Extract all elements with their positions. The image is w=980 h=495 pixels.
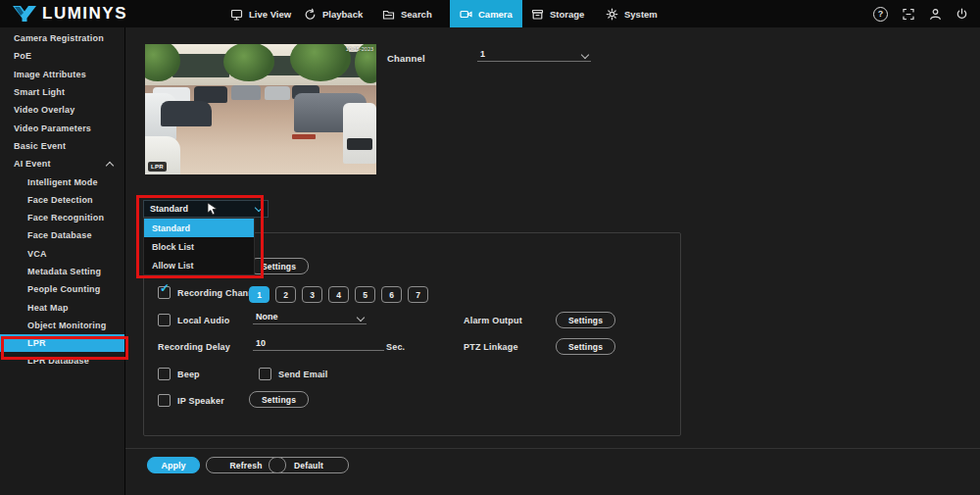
sidebar-item-object-monitoring[interactable]: Object Monitoring — [0, 317, 124, 334]
recording-channel-checkbox[interactable] — [158, 286, 171, 299]
recording-delay-label: Recording Delay — [158, 342, 230, 352]
sidebar-item-label: PoE — [14, 51, 31, 61]
sidebar-item-people-counting[interactable]: People Counting — [0, 280, 124, 298]
channel-button-3[interactable]: 3 — [302, 286, 322, 303]
local-audio-value: None — [256, 312, 278, 322]
gear-icon — [606, 8, 618, 21]
sidebar-item-label: AI Event — [14, 159, 51, 169]
sidebar-item-camera-registration[interactable]: Camera Registration — [0, 29, 124, 47]
preview-timestamp: 10-15-2023 — [346, 46, 373, 52]
user-icon[interactable] — [929, 8, 942, 21]
local-audio-label: Local Audio — [177, 316, 229, 325]
default-button[interactable]: Default — [269, 457, 349, 473]
channel-buttons: 1 2 3 4 5 6 7 — [249, 286, 428, 303]
sidebar-item-basic-event[interactable]: Basic Event — [0, 137, 124, 155]
channel-button-7[interactable]: 7 — [408, 286, 428, 303]
sidebar-item-label: Image Attributes — [14, 70, 86, 79]
sidebar-item-label: Face Database — [27, 230, 92, 240]
tab-label: Search — [401, 9, 432, 20]
sidebar-item-poe[interactable]: PoE — [0, 47, 124, 65]
channel-button-1[interactable]: 1 — [249, 286, 270, 303]
mode-option-block-list[interactable]: Block List — [144, 237, 254, 256]
sidebar-item-face-detection[interactable]: Face Detection — [0, 191, 124, 209]
beep-checkbox[interactable] — [158, 368, 171, 380]
sidebar-item-label: LPR Database — [27, 356, 89, 366]
power-icon[interactable] — [956, 8, 968, 21]
recording-delay-input[interactable]: 10 — [253, 338, 384, 351]
sidebar-item-label: Basic Event — [14, 141, 66, 151]
local-audio-select[interactable]: None — [253, 312, 367, 324]
sidebar-item-label: Video Parameters — [14, 124, 91, 133]
tab-label: Storage — [550, 9, 584, 20]
channel-select[interactable]: 1 — [477, 49, 591, 62]
sidebar-item-metadata-setting[interactable]: Metadata Setting — [0, 263, 124, 280]
tab-playback[interactable]: Playback — [294, 0, 372, 27]
sidebar-item-ai-event[interactable]: AI Event — [0, 155, 124, 173]
sidebar-item-label: Face Recognition — [27, 213, 104, 223]
fullscreen-scan-icon[interactable] — [902, 8, 915, 21]
local-audio-checkbox[interactable] — [158, 314, 171, 326]
sidebar-item-label: Smart Light — [14, 87, 65, 97]
preview-truck — [343, 103, 376, 164]
sidebar-item-lpr-database[interactable]: LPR Database — [0, 352, 124, 370]
sidebar-item-face-database[interactable]: Face Database — [0, 226, 124, 244]
ip-speaker-label: IP Speaker — [177, 396, 224, 406]
sidebar-item-lpr[interactable]: LPR — [0, 334, 124, 352]
lpr-mode-select[interactable]: Standard — [143, 200, 269, 218]
recording-delay-value: 10 — [256, 338, 266, 348]
sidebar-item-label: Camera Registration — [14, 33, 104, 43]
tab-label: Camera — [478, 9, 513, 20]
channel-button-4[interactable]: 4 — [328, 286, 349, 303]
camera-icon — [460, 8, 472, 21]
preview-red-curb — [292, 134, 316, 139]
footer-divider — [125, 448, 980, 449]
sidebar-item-smart-light[interactable]: Smart Light — [0, 83, 124, 101]
sidebar-item-label: LPR — [27, 338, 46, 348]
sidebar-item-intelligent-mode[interactable]: Intelligent Mode — [0, 173, 124, 190]
tab-search[interactable]: Search — [372, 0, 442, 27]
sidebar-item-label: VCA — [27, 249, 47, 259]
sidebar-item-label: Intelligent Mode — [27, 177, 98, 187]
mouse-cursor-icon — [207, 202, 219, 220]
sidebar-item-video-parameters[interactable]: Video Parameters — [0, 119, 124, 136]
chevron-down-icon — [357, 314, 365, 322]
sidebar-item-face-recognition[interactable]: Face Recognition — [0, 209, 124, 226]
playback-refresh-icon — [304, 8, 317, 21]
sidebar-item-heat-map[interactable]: Heat Map — [0, 298, 124, 316]
channel-button-5[interactable]: 5 — [355, 286, 375, 303]
list-settings-button[interactable]: Settings — [249, 258, 309, 274]
sidebar-item-video-overlay[interactable]: Video Overlay — [0, 101, 124, 119]
channel-label: Channel — [387, 53, 425, 64]
ip-speaker-settings-button[interactable]: Settings — [249, 391, 309, 408]
chevron-up-icon — [106, 162, 114, 170]
tab-live-view[interactable]: Live View — [220, 0, 301, 27]
chevron-down-icon — [581, 51, 589, 59]
luminys-logo-icon — [12, 5, 37, 23]
lpr-mode-menu: Standard Block List Allow List — [143, 218, 255, 275]
beep-label: Beep — [177, 370, 200, 379]
monitor-icon — [230, 8, 243, 21]
search-folder-icon — [382, 8, 395, 21]
send-email-label: Send Email — [278, 370, 328, 379]
tab-storage[interactable]: Storage — [521, 0, 594, 27]
tab-system[interactable]: System — [596, 0, 667, 27]
channel-button-2[interactable]: 2 — [275, 286, 296, 303]
send-email-checkbox[interactable] — [259, 368, 271, 380]
mode-option-standard[interactable]: Standard — [144, 219, 254, 237]
top-right-icons: ? — [873, 0, 968, 27]
top-bar: LUMINYS Live View Playback Search Camera — [0, 0, 980, 27]
tab-camera[interactable]: Camera — [450, 0, 522, 27]
alarm-output-settings-button[interactable]: Settings — [556, 312, 615, 328]
channel-button-6[interactable]: 6 — [381, 286, 402, 303]
sidebar-item-vca[interactable]: VCA — [0, 245, 124, 263]
chevron-down-icon — [255, 204, 263, 212]
mode-option-allow-list[interactable]: Allow List — [144, 256, 254, 274]
sidebar-item-image-attributes[interactable]: Image Attributes — [0, 66, 124, 83]
help-icon[interactable]: ? — [873, 7, 888, 22]
channel-value: 1 — [480, 49, 485, 59]
brand-logo: LUMINYS — [12, 0, 127, 27]
apply-button[interactable]: Apply — [147, 457, 200, 473]
ip-speaker-checkbox[interactable] — [158, 394, 171, 407]
sidebar-item-label: Face Detection — [27, 195, 93, 205]
ptz-linkage-settings-button[interactable]: Settings — [556, 338, 615, 355]
